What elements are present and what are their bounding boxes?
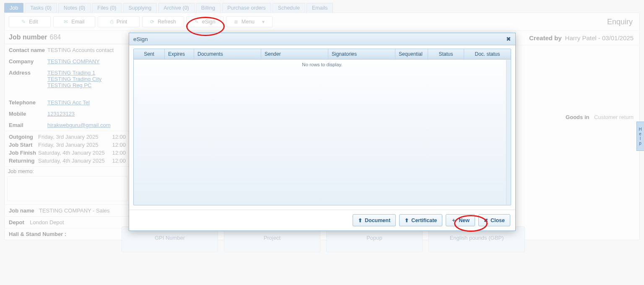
- pen-icon: ✎: [195, 19, 199, 25]
- depot-value: London Depot: [30, 219, 64, 225]
- plus-icon: ＋: [451, 217, 456, 224]
- jobstart-value: Friday, 3rd January 2025: [38, 142, 105, 148]
- tab-notes[interactable]: Notes (0): [58, 3, 91, 13]
- col-documents[interactable]: Documents: [194, 49, 261, 59]
- upload-icon: ⬆: [358, 218, 362, 223]
- email-label: Email: [9, 122, 47, 128]
- company-label: Company: [9, 58, 47, 65]
- mobile-link[interactable]: 123123123: [47, 111, 75, 117]
- jobfinish-label: Job Finish: [9, 150, 38, 156]
- job-memo-label: Job memo:: [5, 167, 130, 174]
- tab-emails[interactable]: Emails: [306, 3, 333, 13]
- esign-button[interactable]: ✎eSign: [187, 16, 223, 27]
- close-button[interactable]: ✖Close: [478, 214, 510, 226]
- company-link[interactable]: TESTING COMPANY: [47, 58, 100, 65]
- returning-time: 12:00: [105, 158, 126, 164]
- tab-purchase-orders[interactable]: Purchase orders: [222, 3, 271, 13]
- mail-icon: ✉: [64, 19, 68, 25]
- outgoing-label: Outgoing: [9, 134, 38, 140]
- job-memo-box: [7, 176, 127, 201]
- esign-modal: eSign ✖ Sent Expires Documents Sender Si…: [129, 33, 516, 231]
- refresh-button[interactable]: ⟳Refresh: [142, 16, 184, 27]
- email-link[interactable]: hirakwebguru@gmail.com: [47, 122, 110, 128]
- modal-close-icon[interactable]: ✖: [506, 36, 511, 42]
- created-by-label: Created by: [529, 34, 562, 41]
- modal-title: eSign: [133, 36, 148, 42]
- esign-grid: Sent Expires Documents Sender Signatorie…: [133, 49, 511, 205]
- print-icon: ⎙: [110, 19, 113, 25]
- document-button[interactable]: ⬆Document: [353, 214, 396, 226]
- contact-name-value: TESTING Accounts contact: [47, 47, 114, 53]
- list-icon: ≣: [234, 19, 238, 25]
- page-mode-label: Enquiry: [607, 18, 635, 26]
- tab-files[interactable]: Files (0): [92, 3, 122, 13]
- help-tab[interactable]: Help: [636, 122, 644, 151]
- col-status[interactable]: Status: [428, 49, 464, 59]
- created-by-value: Harry Patel - 03/01/2025: [565, 34, 634, 41]
- col-expires[interactable]: Expires: [165, 49, 194, 59]
- upload-icon: ⬆: [405, 218, 409, 223]
- depot-label: Depot: [9, 219, 30, 225]
- telephone-label: Telephone: [9, 99, 47, 106]
- outgoing-time: 12:00: [105, 134, 126, 140]
- job-details-panel: Job number 684 Contact nameTESTING Accou…: [5, 31, 130, 240]
- returning-label: Returning: [9, 158, 38, 164]
- job-number-label: Job number: [9, 34, 47, 41]
- hall-label: Hall & Stand Number :: [9, 231, 66, 237]
- jobfinish-value: Saturday, 4th January 2025: [38, 150, 105, 156]
- col-sequential[interactable]: Sequential: [395, 49, 428, 59]
- grid-empty-text: No rows to display.: [134, 60, 511, 70]
- jobstart-label: Job Start: [9, 142, 38, 148]
- job-number-value: 684: [50, 34, 61, 41]
- goods-in-value: Customer return: [594, 114, 634, 120]
- close-icon: ✖: [484, 218, 488, 223]
- jobstart-time: 12:00: [105, 142, 126, 148]
- address-line-1[interactable]: TESTING Trading 1: [47, 70, 101, 76]
- jobname-value: TESTING COMPANY - Sales: [39, 207, 110, 214]
- address-line-2[interactable]: TESTING Trading City: [47, 76, 101, 82]
- outgoing-value: Friday, 3rd January 2025: [38, 134, 105, 140]
- tab-tasks[interactable]: Tasks (0): [25, 3, 57, 13]
- contact-name-label: Contact name: [9, 47, 47, 53]
- certificate-button[interactable]: ⬆Certificate: [399, 214, 442, 226]
- print-button[interactable]: ⎙Print: [98, 16, 140, 27]
- col-sender[interactable]: Sender: [261, 49, 328, 59]
- tab-archive[interactable]: Archive (0): [158, 3, 194, 13]
- main-tabs: Job Tasks (0) Notes (0) Files (0) Supply…: [0, 0, 644, 13]
- jobname-label: Job name: [9, 207, 39, 214]
- menu-button[interactable]: ≣Menu▾: [226, 16, 273, 27]
- email-button[interactable]: ✉Email: [53, 16, 95, 27]
- jobfinish-time: 12:00: [105, 150, 126, 156]
- goods-in-label: Goods in: [566, 114, 589, 120]
- address-label: Address: [9, 70, 47, 88]
- new-button[interactable]: ＋New: [446, 214, 475, 226]
- telephone-link[interactable]: TESTING Acc Tel: [47, 99, 90, 106]
- mobile-label: Mobile: [9, 111, 47, 117]
- chevron-down-icon: ▾: [262, 19, 265, 25]
- tab-schedule[interactable]: Schedule: [273, 3, 305, 13]
- pencil-icon: ✎: [21, 19, 26, 25]
- returning-value: Saturday, 4th January 2025: [38, 158, 105, 164]
- tab-supplying[interactable]: Supplying: [123, 3, 157, 13]
- address-line-3[interactable]: TESTING Reg PC: [47, 82, 101, 88]
- col-signatories[interactable]: Signatories: [328, 49, 395, 59]
- col-sent[interactable]: Sent: [134, 49, 165, 59]
- tab-job[interactable]: Job: [4, 3, 23, 13]
- edit-button[interactable]: ✎Edit: [9, 16, 51, 27]
- col-doc-status[interactable]: Doc. status: [464, 49, 511, 59]
- tab-billing[interactable]: Billing: [196, 3, 221, 13]
- grid-scrollbar[interactable]: [506, 60, 510, 205]
- refresh-icon: ⟳: [150, 19, 154, 25]
- toolbar: ✎Edit ✉Email ⎙Print ⟳Refresh ✎eSign ≣Men…: [5, 13, 639, 31]
